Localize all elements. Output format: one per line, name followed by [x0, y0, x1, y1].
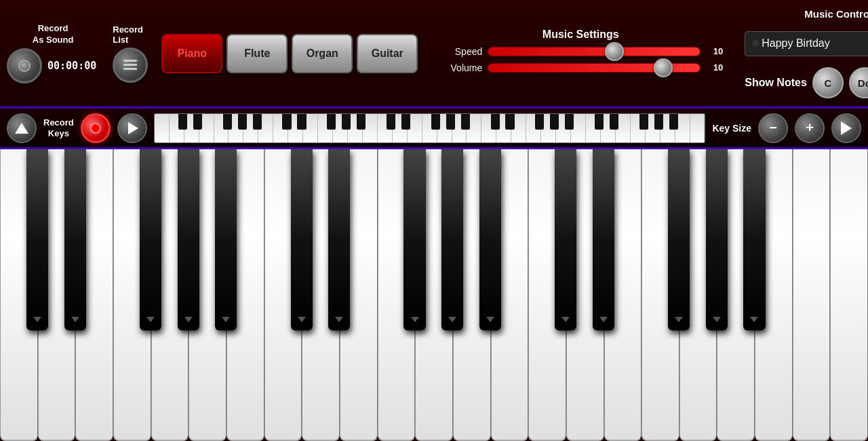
song-dot [752, 40, 759, 47]
music-control-section: Music Control Happy Birtday ▼ Show Notes… [736, 3, 868, 104]
black-key[interactable] [64, 149, 86, 330]
music-control-title: Music Control [745, 8, 868, 20]
up-arrow-icon-right [841, 121, 852, 135]
knob-inner [18, 60, 31, 72]
black-key[interactable] [215, 149, 237, 330]
black-key[interactable] [706, 149, 728, 330]
speed-label: Speed [438, 46, 482, 57]
music-control-row: Happy Birtday ▼ [745, 25, 868, 62]
black-key[interactable] [668, 149, 690, 330]
black-key[interactable] [26, 149, 48, 330]
note-do-label: Do [858, 77, 868, 89]
black-key[interactable] [140, 149, 161, 330]
black-key[interactable] [479, 149, 501, 330]
flute-button[interactable]: Flute [226, 34, 288, 73]
guitar-button[interactable]: Guitar [357, 34, 418, 73]
note-c-label: C [824, 77, 831, 89]
record-as-sound-line2: As Sound [33, 35, 74, 45]
plus-icon: + [806, 120, 814, 136]
black-key[interactable] [555, 149, 576, 330]
music-settings-title: Music Settings [542, 28, 619, 41]
record-keys-label: Record Keys [43, 117, 74, 138]
speed-slider-track[interactable] [488, 47, 701, 56]
show-notes-label: Show Notes [745, 77, 807, 89]
record-list-section: Record List [106, 19, 155, 88]
flute-label: Flute [244, 47, 270, 60]
black-key[interactable] [178, 149, 199, 330]
play-keys-button[interactable] [117, 113, 147, 143]
speed-value: 10 [706, 46, 723, 56]
top-bar: Record As Sound 00:00:00 Record List Pia… [0, 0, 868, 109]
record-keys-line2: Keys [48, 128, 69, 138]
speed-slider-thumb[interactable] [605, 42, 624, 61]
volume-label: Volume [438, 62, 482, 73]
record-keys-button[interactable] [81, 113, 111, 143]
music-settings-section: Music Settings Speed 10 Volume 10 [425, 28, 736, 79]
keyboard-control-bar: Record Keys Key Size − + [0, 109, 868, 149]
guitar-label: Guitar [372, 47, 403, 60]
song-selector[interactable]: Happy Birtday ▼ [745, 31, 868, 56]
song-name: Happy Birtday [762, 37, 830, 50]
mini-piano-roll[interactable] [154, 113, 706, 143]
volume-slider-row: Volume 10 [438, 62, 723, 73]
black-key[interactable] [328, 149, 350, 330]
record-as-sound-section: Record As Sound 00:00:00 [0, 18, 106, 90]
note-c-button[interactable]: C [812, 67, 844, 98]
note-do-button[interactable]: Do [849, 67, 868, 98]
show-notes-row: Show Notes C Do [745, 67, 868, 98]
record-as-sound-knob[interactable] [7, 48, 42, 83]
volume-value: 10 [706, 62, 723, 73]
instrument-buttons: Piano Flute Organ Guitar [155, 34, 425, 73]
record-list-label: Record List [113, 24, 148, 45]
black-key[interactable] [403, 149, 425, 330]
black-key[interactable] [291, 149, 313, 330]
piano-label: Piano [177, 47, 207, 60]
record-as-sound-label: Record As Sound [33, 23, 74, 46]
organ-button[interactable]: Organ [292, 34, 353, 73]
list-icon [123, 60, 137, 70]
white-key[interactable] [793, 149, 831, 441]
speed-slider-row: Speed 10 [438, 46, 723, 57]
black-key[interactable] [441, 149, 463, 330]
piano-keys [0, 149, 868, 441]
organ-label: Organ [307, 47, 338, 60]
white-key[interactable] [830, 149, 868, 441]
black-key[interactable] [593, 149, 614, 330]
minus-icon: − [769, 120, 777, 136]
record-dot-icon [90, 123, 101, 134]
volume-slider-thumb[interactable] [654, 58, 673, 77]
key-size-decrease-button[interactable]: − [758, 113, 788, 143]
key-size-increase-button[interactable]: + [795, 113, 825, 143]
scroll-up-button[interactable] [7, 113, 37, 143]
play-keys-icon [128, 122, 138, 134]
volume-slider-track[interactable] [488, 63, 701, 73]
record-keys-line1: Record [43, 117, 74, 128]
black-key[interactable] [743, 149, 765, 330]
key-size-label: Key Size [712, 123, 751, 134]
record-as-sound-line1: Record [38, 23, 68, 33]
record-list-knob[interactable] [113, 47, 148, 83]
piano-button[interactable]: Piano [161, 34, 222, 73]
timer-display: 00:00:00 [47, 60, 96, 73]
mini-keys [155, 114, 705, 142]
scroll-right-button[interactable] [831, 113, 861, 143]
up-arrow-icon [15, 123, 28, 134]
piano-area [0, 149, 868, 441]
